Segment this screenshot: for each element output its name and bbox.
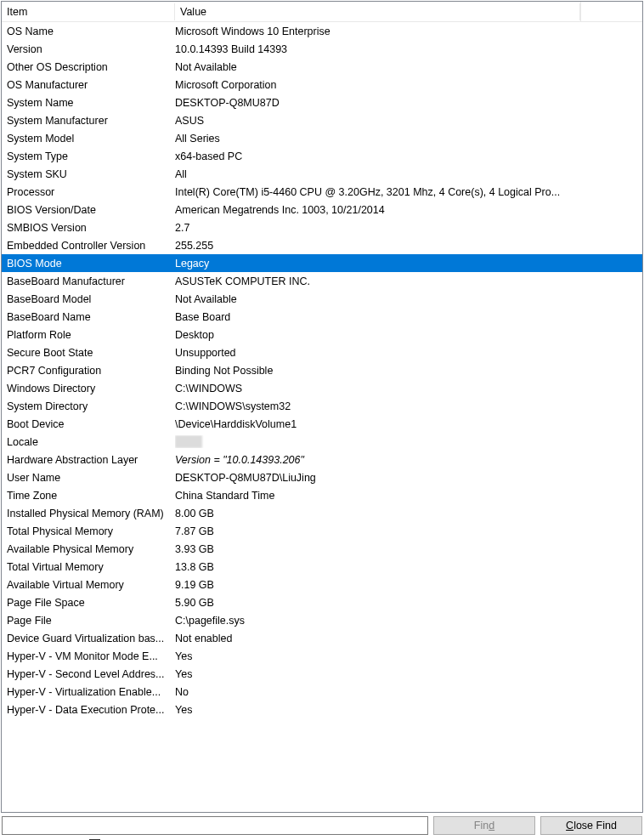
close-find-button[interactable]: Close Find	[540, 816, 642, 835]
cell-item: Hyper-V - Data Execution Prote...	[7, 704, 175, 716]
search-input[interactable]	[2, 816, 428, 835]
table-row[interactable]: Device Guard Virtualization bas...Not en…	[2, 629, 642, 647]
table-row[interactable]: Platform RoleDesktop	[2, 326, 642, 343]
table-row[interactable]: Total Physical Memory7.87 GB	[2, 522, 642, 540]
table-row[interactable]: System ModelAll Series	[2, 129, 642, 147]
cell-item: System SKU	[7, 168, 175, 180]
cell-value: ASUSTeK COMPUTER INC.	[175, 275, 642, 287]
table-row[interactable]: OS NameMicrosoft Windows 10 Enterprise	[2, 22, 642, 40]
cell-value: 5.90 GB	[175, 597, 642, 609]
system-info-panel: Item Value OS NameMicrosoft Windows 10 E…	[1, 1, 643, 813]
table-row[interactable]: BaseBoard NameBase Board	[2, 308, 642, 326]
table-row[interactable]: System NameDESKTOP-Q8MU87D	[2, 94, 642, 111]
cell-value: Version = "10.0.14393.206"	[175, 454, 642, 466]
cell-item: Installed Physical Memory (RAM)	[7, 508, 175, 519]
cell-item: Time Zone	[7, 490, 175, 502]
cell-item: Locale	[7, 436, 175, 448]
table-row[interactable]: Hyper-V - Second Level Addres...Yes	[2, 665, 642, 683]
cell-item: Device Guard Virtualization bas...	[7, 633, 175, 644]
cell-value: Microsoft Corporation	[175, 79, 642, 91]
cell-item: Secure Boot State	[7, 347, 175, 359]
cell-value: Yes	[175, 650, 642, 662]
table-row[interactable]: Total Virtual Memory13.8 GB	[2, 558, 642, 576]
table-row[interactable]: BIOS ModeLegacy	[2, 254, 642, 272]
cell-item: Hardware Abstraction Layer	[7, 454, 175, 466]
table-row[interactable]: Time ZoneChina Standard Time	[2, 486, 642, 504]
cell-value: ASUS	[175, 115, 642, 127]
table-row[interactable]: PCR7 ConfigurationBinding Not Possible	[2, 361, 642, 379]
table-row[interactable]: System Typex64-based PC	[2, 147, 642, 165]
cell-item: System Model	[7, 133, 175, 145]
cell-item: OS Manufacturer	[7, 79, 175, 91]
table-row[interactable]: System ManufacturerASUS	[2, 111, 642, 129]
table-row[interactable]: OS ManufacturerMicrosoft Corporation	[2, 76, 642, 94]
cell-item: OS Name	[7, 26, 175, 37]
column-header-value[interactable]: Value	[175, 3, 580, 20]
table-row[interactable]: Secure Boot StateUnsupported	[2, 343, 642, 361]
table-row[interactable]: ProcessorIntel(R) Core(TM) i5-4460 CPU @…	[2, 183, 642, 201]
table-row[interactable]: System SKUAll	[2, 165, 642, 183]
table-row[interactable]: Page File Space5.90 GB	[2, 593, 642, 611]
table-row[interactable]: Boot Device\Device\HarddiskVolume1	[2, 415, 642, 433]
cell-item: System Manufacturer	[7, 115, 175, 127]
table-row[interactable]: BaseBoard ModelNot Available	[2, 290, 642, 308]
table-row[interactable]: Installed Physical Memory (RAM)8.00 GB	[2, 504, 642, 522]
table-row[interactable]: Locale	[2, 433, 642, 451]
cell-value: Microsoft Windows 10 Enterprise	[175, 26, 642, 37]
cell-item: Platform Role	[7, 329, 175, 341]
cell-value: C:\WINDOWS	[175, 383, 642, 394]
cell-value: x64-based PC	[175, 150, 642, 162]
cell-value: No	[175, 686, 642, 698]
cell-item: BIOS Version/Date	[7, 204, 175, 216]
cell-item: Hyper-V - Virtualization Enable...	[7, 686, 175, 698]
cell-item: System Name	[7, 97, 175, 109]
cell-item: BaseBoard Manufacturer	[7, 275, 175, 287]
table-row[interactable]: Hardware Abstraction LayerVersion = "10.…	[2, 451, 642, 468]
cell-value	[175, 435, 642, 448]
cell-item: Available Virtual Memory	[7, 579, 175, 591]
table-header[interactable]: Item Value	[2, 2, 642, 22]
table-row[interactable]: BaseBoard ManufacturerASUSTeK COMPUTER I…	[2, 272, 642, 290]
table-row[interactable]: Hyper-V - VM Monitor Mode E...Yes	[2, 647, 642, 665]
column-header-item[interactable]: Item	[2, 3, 175, 20]
cell-value: Desktop	[175, 329, 642, 341]
cell-item: SMBIOS Version	[7, 222, 175, 234]
cell-value: Unsupported	[175, 347, 642, 359]
cell-item: Processor	[7, 186, 175, 198]
cell-value: Yes	[175, 668, 642, 680]
cell-value: 8.00 GB	[175, 508, 642, 519]
cell-value: C:\WINDOWS\system32	[175, 400, 642, 412]
table-row[interactable]: Available Physical Memory3.93 GB	[2, 540, 642, 558]
cell-item: Hyper-V - VM Monitor Mode E...	[7, 650, 175, 662]
table-row[interactable]: User NameDESKTOP-Q8MU87D\LiuJing	[2, 468, 642, 486]
table-row[interactable]: System DirectoryC:\WINDOWS\system32	[2, 397, 642, 415]
cell-value: C:\pagefile.sys	[175, 615, 642, 627]
cell-item: System Directory	[7, 400, 175, 412]
table-row[interactable]: SMBIOS Version2.7	[2, 219, 642, 236]
cell-value: Not Available	[175, 293, 642, 305]
cell-item: Total Virtual Memory	[7, 561, 175, 573]
cell-value: \Device\HarddiskVolume1	[175, 418, 642, 430]
find-button[interactable]: Find	[433, 816, 535, 835]
cell-value: All Series	[175, 133, 642, 145]
cell-item: System Type	[7, 150, 175, 162]
cell-item: Other OS Description	[7, 61, 175, 73]
cell-value: DESKTOP-Q8MU87D\LiuJing	[175, 472, 642, 484]
table-row[interactable]: Version10.0.14393 Build 14393	[2, 40, 642, 58]
cell-value: Intel(R) Core(TM) i5-4460 CPU @ 3.20GHz,…	[175, 186, 642, 198]
table-body[interactable]: OS NameMicrosoft Windows 10 EnterpriseVe…	[2, 22, 642, 812]
cell-item: Boot Device	[7, 418, 175, 430]
table-row[interactable]: Page FileC:\pagefile.sys	[2, 611, 642, 629]
cell-item: PCR7 Configuration	[7, 365, 175, 377]
table-row[interactable]: Hyper-V - Data Execution Prote...Yes	[2, 701, 642, 718]
table-row[interactable]: Embedded Controller Version255.255	[2, 236, 642, 254]
table-row[interactable]: Windows DirectoryC:\WINDOWS	[2, 379, 642, 397]
table-row[interactable]: Other OS DescriptionNot Available	[2, 58, 642, 76]
cell-item: BaseBoard Model	[7, 293, 175, 305]
cell-value: All	[175, 168, 642, 180]
cell-value: 13.8 GB	[175, 561, 642, 573]
table-row[interactable]: Hyper-V - Virtualization Enable...No	[2, 683, 642, 701]
table-row[interactable]: Available Virtual Memory9.19 GB	[2, 576, 642, 593]
table-row[interactable]: BIOS Version/DateAmerican Megatrends Inc…	[2, 201, 642, 219]
cell-value: 10.0.14393 Build 14393	[175, 43, 642, 55]
